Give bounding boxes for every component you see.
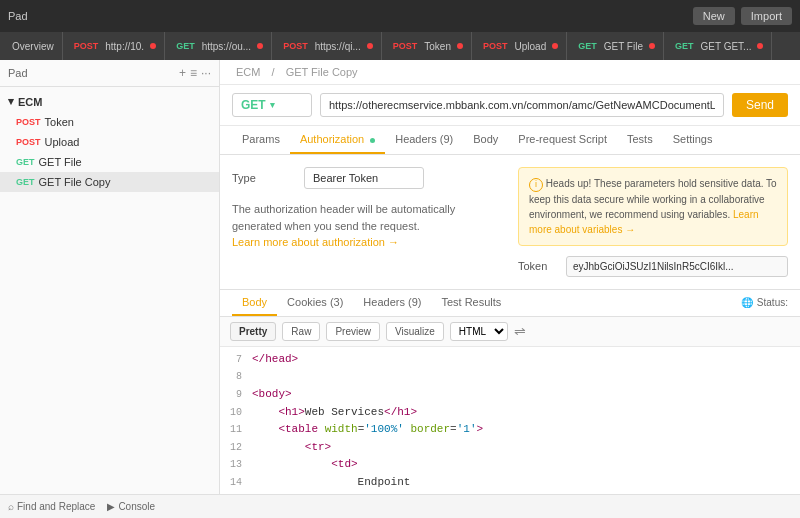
resp-cookies-label: Cookies (3) [287, 296, 343, 308]
auth-warning: i Heads up! These parameters hold sensit… [518, 167, 788, 246]
sidebar-item-get-file[interactable]: GET GET File [0, 152, 219, 172]
url-input[interactable] [320, 93, 724, 117]
sidebar-token-method: POST [16, 117, 41, 127]
line-number: 13 [220, 456, 252, 474]
tab-tests[interactable]: Tests [617, 126, 663, 154]
tab-headers[interactable]: Headers (9) [385, 126, 463, 154]
tab-token[interactable]: POST Token [382, 32, 472, 60]
method-select[interactable]: GET ▾ [232, 93, 312, 117]
tab-https-ou-dot [257, 43, 263, 49]
request-bar: GET ▾ Send [220, 85, 800, 126]
line-number: 14 [220, 474, 252, 492]
resp-tab-cookies[interactable]: Cookies (3) [277, 290, 353, 316]
sidebar-ecm-label: ECM [18, 96, 42, 108]
tab-pre-request[interactable]: Pre-request Script [508, 126, 617, 154]
tab-upload[interactable]: POST Upload [472, 32, 567, 60]
sidebar-add-button[interactable]: + [179, 66, 186, 80]
tab-https-qi[interactable]: POST https://qi... [272, 32, 382, 60]
bottom-bar: ⌕ Find and Replace ▶ Console [0, 494, 800, 518]
table-row: 9<body> [220, 386, 800, 404]
import-button[interactable]: Import [741, 7, 792, 25]
raw-button[interactable]: Raw [282, 322, 320, 341]
chevron-down-icon: ▾ [270, 100, 275, 110]
visualize-button[interactable]: Visualize [386, 322, 444, 341]
breadcrumb-current: GET File Copy [286, 66, 358, 78]
tab-authorization[interactable]: Authorization [290, 126, 385, 154]
tab-get-file-method: GET [575, 40, 600, 52]
table-row: 14 Endpoint [220, 474, 800, 492]
request-tabs: Params Authorization Headers (9) Body Pr… [220, 126, 800, 155]
preview-button[interactable]: Preview [326, 322, 380, 341]
auth-type-select[interactable]: Bearer Token [304, 167, 424, 189]
globe-icon: 🌐 [741, 297, 753, 308]
line-number: 7 [220, 351, 252, 369]
tab-http10-dot [150, 43, 156, 49]
tab-authorization-label: Authorization [300, 133, 364, 145]
tab-settings[interactable]: Settings [663, 126, 723, 154]
tab-settings-label: Settings [673, 133, 713, 145]
line-content: <td> [252, 456, 800, 474]
resp-tab-test-results[interactable]: Test Results [431, 290, 511, 316]
resp-tab-body[interactable]: Body [232, 290, 277, 316]
filter-icon: ⇌ [514, 323, 526, 339]
tab-http10[interactable]: POST http://10. [63, 32, 165, 60]
search-icon: ⌕ [8, 501, 14, 512]
sidebar-item-get-file-copy[interactable]: GET GET File Copy [0, 172, 219, 192]
sidebar-header-icons: + ≡ ··· [179, 66, 211, 80]
code-view[interactable]: 7</head>8 9<body>10 <h1>Web Services</h1… [220, 347, 800, 494]
tab-token-method: POST [390, 40, 421, 52]
sidebar-menu-button[interactable]: ≡ [190, 66, 197, 80]
tab-upload-label: Upload [515, 41, 547, 52]
tab-overview[interactable]: Overview [4, 32, 63, 60]
table-row: 11 <table width='100%' border='1'> [220, 421, 800, 439]
send-button[interactable]: Send [732, 93, 788, 117]
sidebar-item-token[interactable]: POST Token [0, 112, 219, 132]
token-row: Token [518, 256, 788, 277]
line-content: <body> [252, 386, 800, 404]
chevron-down-icon: ▾ [8, 95, 14, 108]
tab-get-get-label: GET GET... [701, 41, 752, 52]
breadcrumb-separator: / [272, 66, 275, 78]
resp-tab-headers[interactable]: Headers (9) [353, 290, 431, 316]
tab-bar: Overview POST http://10. GET https://ou.… [0, 32, 800, 60]
auth-type-row: Type Bearer Token [232, 167, 502, 189]
new-button[interactable]: New [693, 7, 735, 25]
sidebar-more-button[interactable]: ··· [201, 66, 211, 80]
sidebar-token-label: Token [45, 116, 74, 128]
tab-body[interactable]: Body [463, 126, 508, 154]
tab-https-ou[interactable]: GET https://ou... [165, 32, 272, 60]
token-input[interactable] [566, 256, 788, 277]
table-row: 7</head> [220, 351, 800, 369]
table-row: 10 <h1>Web Services</h1> [220, 404, 800, 422]
content-area: ECM / GET File Copy GET ▾ Send Params Au… [220, 60, 800, 494]
tab-http10-method: POST [71, 40, 102, 52]
format-select[interactable]: HTML JSON XML [450, 322, 508, 341]
sidebar-item-upload[interactable]: POST Upload [0, 132, 219, 152]
sidebar-title: Pad [8, 67, 28, 79]
tab-get-file-dot [649, 43, 655, 49]
tab-token-label: Token [424, 41, 451, 52]
resp-toolbar: Pretty Raw Preview Visualize HTML JSON X… [220, 317, 800, 347]
resp-status-label: Status: [757, 297, 788, 308]
sidebar-upload-label: Upload [45, 136, 80, 148]
tab-pre-request-label: Pre-request Script [518, 133, 607, 145]
sidebar-get-file-copy-method: GET [16, 177, 35, 187]
find-replace-button[interactable]: ⌕ Find and Replace [8, 501, 95, 512]
console-icon: ▶ [107, 501, 115, 512]
tab-get-get[interactable]: GET GET GET... [664, 32, 772, 60]
tab-https-qi-label: https://qi... [315, 41, 361, 52]
line-content: Endpoint [252, 474, 800, 492]
resp-status-area: 🌐 Status: [741, 297, 788, 308]
console-button[interactable]: ▶ Console [107, 501, 155, 512]
tab-params[interactable]: Params [232, 126, 290, 154]
breadcrumb-parent: ECM [236, 66, 260, 78]
tab-get-file[interactable]: GET GET File [567, 32, 664, 60]
pretty-button[interactable]: Pretty [230, 322, 276, 341]
auth-content: Type Bearer Token The authorization head… [220, 155, 800, 289]
table-row: 13 <td> [220, 456, 800, 474]
auth-desc-text: The authorization header will be automat… [232, 203, 455, 232]
tab-overview-label: Overview [12, 41, 54, 52]
tab-https-ou-method: GET [173, 40, 198, 52]
learn-more-link[interactable]: Learn more about authorization → [232, 236, 399, 248]
sidebar-ecm-header[interactable]: ▾ ECM [0, 91, 219, 112]
